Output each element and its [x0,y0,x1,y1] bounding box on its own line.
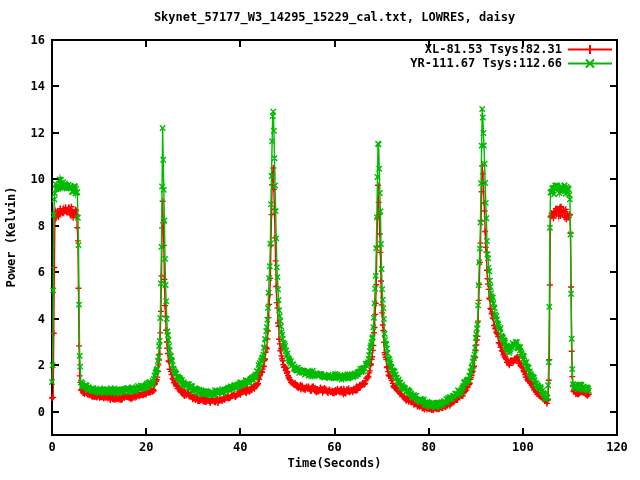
y-tick-label: 16 [0,33,45,47]
y-tick-label: 10 [0,172,45,186]
y-tick-label: 6 [0,265,45,279]
plot-canvas [0,0,640,480]
gnuplot-figure: Skynet_57177_W3_14295_15229_cal.txt, LOW… [0,0,640,480]
x-tick-label: 100 [503,440,543,454]
x-tick-label: 40 [220,440,260,454]
green-cross-line-sample-icon [567,57,613,70]
legend-label-yr: YR-111.67 Tsys:112.66 [410,56,562,70]
red-plus-line-sample-icon [567,43,613,56]
y-tick-label: 8 [0,219,45,233]
legend-entry-yr: YR-111.67 Tsys:112.66 [410,56,613,70]
y-tick-label: 4 [0,312,45,326]
x-tick-label: 20 [126,440,166,454]
x-axis-label: Time(Seconds) [52,456,617,470]
y-tick-label: 0 [0,405,45,419]
y-tick-label: 2 [0,358,45,372]
y-tick-label: 14 [0,79,45,93]
legend-entry-xl: XL-81.53 Tsys:82.31 [410,42,613,56]
x-tick-label: 80 [409,440,449,454]
legend: XL-81.53 Tsys:82.31 YR-111.67 Tsys:112.6… [410,42,613,70]
chart-title: Skynet_57177_W3_14295_15229_cal.txt, LOW… [52,10,617,24]
x-tick-label: 0 [32,440,72,454]
x-tick-label: 60 [315,440,355,454]
legend-label-xl: XL-81.53 Tsys:82.31 [425,42,562,56]
x-tick-label: 120 [597,440,637,454]
y-tick-label: 12 [0,126,45,140]
